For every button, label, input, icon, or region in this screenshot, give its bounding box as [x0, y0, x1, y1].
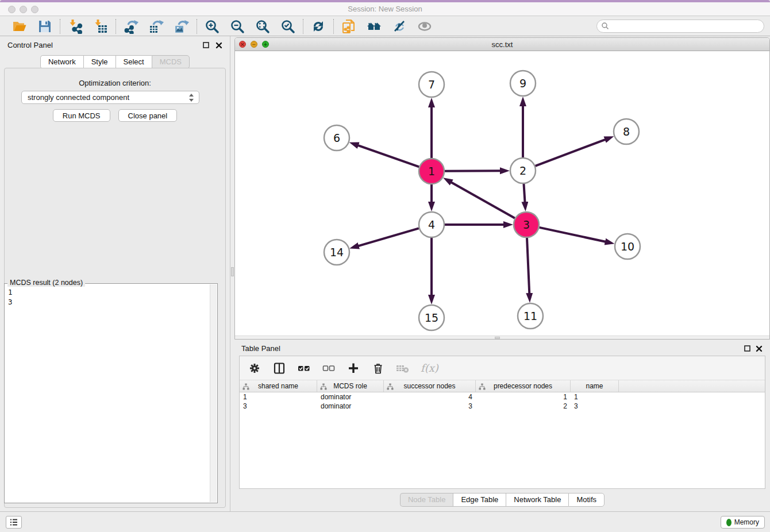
- list-icon: [9, 518, 18, 526]
- graph-edge-2-8[interactable]: [536, 138, 610, 166]
- table-panel-title: Table Panel: [241, 344, 280, 353]
- save-session-icon[interactable]: [37, 18, 53, 34]
- graph-node-11[interactable]: 11: [518, 303, 543, 329]
- close-panel-button[interactable]: Close panel: [118, 109, 178, 122]
- export-table-icon[interactable]: [148, 18, 164, 34]
- zoom-out-icon[interactable]: [229, 18, 245, 34]
- tab-network[interactable]: Network: [40, 55, 83, 69]
- column-header-mcds-role[interactable]: MCDS role: [317, 380, 384, 392]
- zoom-selected-icon[interactable]: [280, 18, 296, 34]
- network-view-window: ✕ − + scc.txt 7968124314101511: [234, 37, 770, 340]
- export-image-icon[interactable]: [174, 18, 190, 34]
- birds-eye-view-icon[interactable]: [417, 18, 433, 34]
- main-toolbar: [0, 17, 770, 36]
- task-history-button[interactable]: [6, 516, 22, 529]
- svg-text:9: 9: [519, 77, 526, 90]
- network-bottom-strip: [235, 336, 769, 339]
- splitter-handle[interactable]: [231, 267, 234, 276]
- svg-text:7: 7: [428, 78, 435, 91]
- tab-edge-table[interactable]: Edge Table: [453, 493, 506, 507]
- mcds-result-title: MCDS result (2 nodes): [7, 279, 85, 287]
- svg-text:10: 10: [621, 240, 634, 253]
- import-network-icon[interactable]: [67, 18, 83, 34]
- function-builder-icon: f(x): [421, 362, 438, 374]
- vertical-splitter[interactable]: [230, 36, 234, 511]
- graph-node-10[interactable]: 10: [615, 234, 640, 259]
- mcds-result-box: MCDS result (2 nodes) 1 3: [4, 283, 218, 503]
- svg-text:4: 4: [428, 218, 435, 231]
- result-scrollbar[interactable]: [210, 284, 217, 502]
- run-mcds-button[interactable]: Run MCDS: [53, 109, 110, 122]
- show-columns-icon[interactable]: [272, 361, 286, 375]
- graph-node-6[interactable]: 6: [324, 125, 349, 151]
- graph-node-1[interactable]: 1: [419, 159, 444, 184]
- graph-node-14[interactable]: 14: [324, 240, 349, 265]
- zoom-fit-icon[interactable]: [255, 18, 271, 34]
- memory-button[interactable]: Memory: [721, 516, 765, 529]
- graph-node-7[interactable]: 7: [419, 72, 444, 97]
- graphics-details-icon[interactable]: [391, 18, 407, 34]
- tab-network-table[interactable]: Network Table: [506, 493, 568, 507]
- open-session-icon[interactable]: [11, 18, 28, 34]
- column-header-shared-name[interactable]: shared name: [240, 380, 317, 392]
- table-header-row: shared name MCDS role successor nodes pr…: [240, 380, 765, 392]
- graph-edge-1-6[interactable]: [354, 144, 419, 167]
- delete-column-trash-icon[interactable]: [371, 361, 385, 375]
- float-table-panel-icon[interactable]: [744, 345, 752, 353]
- horizontal-splitter-handle[interactable]: [495, 337, 500, 339]
- select-all-icon[interactable]: [297, 361, 311, 375]
- table-settings-gear-icon[interactable]: [248, 361, 261, 375]
- svg-text:2: 2: [519, 164, 526, 177]
- svg-text:15: 15: [425, 311, 438, 324]
- graph-edge-2-3[interactable]: [523, 184, 525, 206]
- create-column-plus-icon[interactable]: [346, 361, 360, 375]
- show-all-panels-icon[interactable]: [366, 18, 382, 34]
- tab-motifs[interactable]: Motifs: [568, 493, 605, 507]
- clone-network-icon[interactable]: [341, 18, 357, 34]
- column-header-successor-nodes[interactable]: successor nodes: [384, 380, 476, 392]
- criterion-select[interactable]: strongly connected component: [21, 91, 199, 104]
- zoom-in-icon[interactable]: [204, 18, 220, 34]
- column-header-name[interactable]: name: [571, 380, 619, 392]
- tab-style[interactable]: Style: [83, 55, 116, 69]
- tree-icon: [242, 383, 249, 390]
- column-header-predecessor-nodes[interactable]: predecessor nodes: [476, 380, 571, 392]
- graph-edge-3-1[interactable]: [448, 180, 515, 218]
- memory-label: Memory: [734, 518, 759, 526]
- tab-node-table[interactable]: Node Table: [400, 493, 453, 507]
- graph-node-15[interactable]: 15: [419, 305, 444, 330]
- close-table-panel-icon[interactable]: [755, 345, 763, 353]
- svg-text:1: 1: [428, 165, 435, 178]
- table-header-filler: [619, 380, 765, 392]
- search-input[interactable]: [596, 20, 764, 33]
- tab-mcds[interactable]: MCDS: [152, 55, 190, 69]
- graph-edge-4-14[interactable]: [355, 228, 419, 247]
- tree-icon: [387, 383, 394, 390]
- apply-layout-icon[interactable]: [310, 18, 326, 34]
- table-panel-tabs: Node Table Edge Table Network Table Moti…: [234, 493, 770, 507]
- select-stepper-icon: [187, 93, 195, 102]
- graph-node-4[interactable]: 4: [419, 212, 444, 237]
- graph-node-3[interactable]: 3: [514, 212, 539, 237]
- import-table-icon[interactable]: [93, 18, 109, 34]
- search-icon: [601, 22, 609, 30]
- tab-select[interactable]: Select: [116, 55, 152, 69]
- graph-node-2[interactable]: 2: [510, 158, 536, 183]
- svg-text:8: 8: [623, 125, 630, 138]
- graph-edge-3-10[interactable]: [539, 228, 609, 242]
- close-panel-icon[interactable]: [215, 41, 223, 49]
- mcds-result-text: 1 3: [8, 287, 208, 500]
- svg-text:14: 14: [330, 246, 344, 259]
- graph-edge-3-11[interactable]: [527, 238, 530, 298]
- deselect-all-icon[interactable]: [322, 361, 336, 375]
- graph-edge-1-2[interactable]: [445, 171, 505, 171]
- graph-node-9[interactable]: 9: [510, 71, 536, 96]
- graph-node-8[interactable]: 8: [614, 119, 639, 144]
- network-canvas[interactable]: 7968124314101511: [235, 51, 769, 336]
- export-network-icon[interactable]: [123, 18, 139, 34]
- table-row[interactable]: 3 dominator 3 2 3: [240, 402, 765, 411]
- table-row[interactable]: 1 dominator 4 1 1: [240, 392, 765, 402]
- network-titlebar: ✕ − + scc.txt: [235, 38, 769, 51]
- float-panel-icon[interactable]: [202, 41, 210, 49]
- svg-text:3: 3: [523, 218, 530, 231]
